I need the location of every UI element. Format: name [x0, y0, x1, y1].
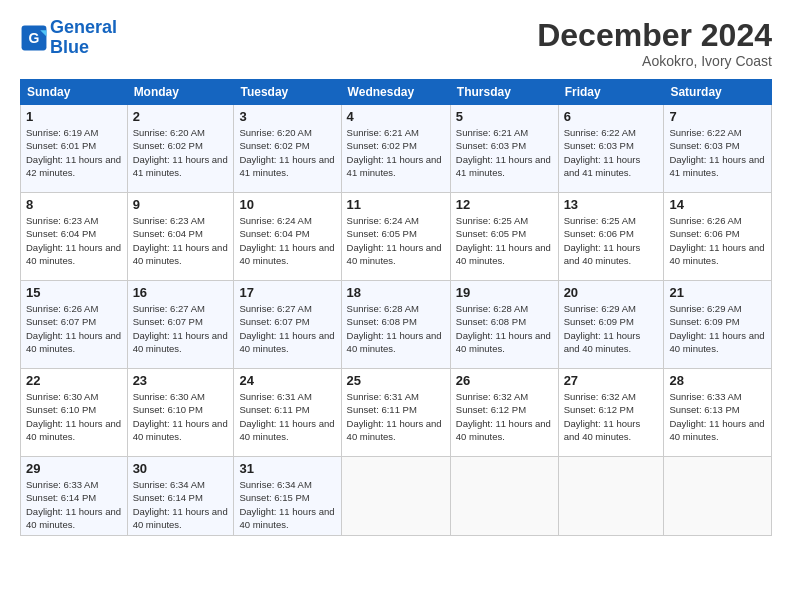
day-number: 26 — [456, 373, 553, 388]
logo-line1: General — [50, 17, 117, 37]
day-number: 18 — [347, 285, 445, 300]
day-number: 25 — [347, 373, 445, 388]
logo-text: General Blue — [50, 18, 117, 58]
calendar-cell: 13Sunrise: 6:25 AMSunset: 6:06 PMDayligh… — [558, 193, 664, 281]
day-info: Sunrise: 6:27 AMSunset: 6:07 PMDaylight:… — [239, 302, 335, 355]
calendar-cell: 17Sunrise: 6:27 AMSunset: 6:07 PMDayligh… — [234, 281, 341, 369]
day-number: 15 — [26, 285, 122, 300]
day-number: 28 — [669, 373, 766, 388]
calendar-cell: 9Sunrise: 6:23 AMSunset: 6:04 PMDaylight… — [127, 193, 234, 281]
day-info: Sunrise: 6:23 AMSunset: 6:04 PMDaylight:… — [26, 214, 122, 267]
calendar-cell: 11Sunrise: 6:24 AMSunset: 6:05 PMDayligh… — [341, 193, 450, 281]
calendar-cell — [664, 457, 772, 536]
calendar-cell: 31Sunrise: 6:34 AMSunset: 6:15 PMDayligh… — [234, 457, 341, 536]
day-number: 27 — [564, 373, 659, 388]
day-info: Sunrise: 6:25 AMSunset: 6:05 PMDaylight:… — [456, 214, 553, 267]
day-number: 5 — [456, 109, 553, 124]
day-info: Sunrise: 6:20 AMSunset: 6:02 PMDaylight:… — [133, 126, 229, 179]
day-number: 10 — [239, 197, 335, 212]
calendar-cell — [558, 457, 664, 536]
weekday-tuesday: Tuesday — [234, 80, 341, 105]
day-info: Sunrise: 6:21 AMSunset: 6:02 PMDaylight:… — [347, 126, 445, 179]
day-number: 23 — [133, 373, 229, 388]
calendar-cell: 3Sunrise: 6:20 AMSunset: 6:02 PMDaylight… — [234, 105, 341, 193]
calendar-cell: 24Sunrise: 6:31 AMSunset: 6:11 PMDayligh… — [234, 369, 341, 457]
day-info: Sunrise: 6:28 AMSunset: 6:08 PMDaylight:… — [347, 302, 445, 355]
day-number: 17 — [239, 285, 335, 300]
calendar-cell: 25Sunrise: 6:31 AMSunset: 6:11 PMDayligh… — [341, 369, 450, 457]
day-info: Sunrise: 6:32 AMSunset: 6:12 PMDaylight:… — [456, 390, 553, 443]
header: G General Blue December 2024 Aokokro, Iv… — [20, 18, 772, 69]
day-number: 7 — [669, 109, 766, 124]
day-info: Sunrise: 6:31 AMSunset: 6:11 PMDaylight:… — [239, 390, 335, 443]
day-number: 20 — [564, 285, 659, 300]
logo: G General Blue — [20, 18, 117, 58]
calendar-cell — [450, 457, 558, 536]
day-number: 30 — [133, 461, 229, 476]
day-info: Sunrise: 6:30 AMSunset: 6:10 PMDaylight:… — [133, 390, 229, 443]
day-info: Sunrise: 6:33 AMSunset: 6:13 PMDaylight:… — [669, 390, 766, 443]
calendar-cell: 30Sunrise: 6:34 AMSunset: 6:14 PMDayligh… — [127, 457, 234, 536]
calendar-cell: 7Sunrise: 6:22 AMSunset: 6:03 PMDaylight… — [664, 105, 772, 193]
day-info: Sunrise: 6:22 AMSunset: 6:03 PMDaylight:… — [669, 126, 766, 179]
svg-text:G: G — [29, 29, 40, 45]
day-info: Sunrise: 6:23 AMSunset: 6:04 PMDaylight:… — [133, 214, 229, 267]
day-number: 22 — [26, 373, 122, 388]
calendar-cell: 10Sunrise: 6:24 AMSunset: 6:04 PMDayligh… — [234, 193, 341, 281]
day-info: Sunrise: 6:27 AMSunset: 6:07 PMDaylight:… — [133, 302, 229, 355]
calendar-week-5: 29Sunrise: 6:33 AMSunset: 6:14 PMDayligh… — [21, 457, 772, 536]
day-number: 1 — [26, 109, 122, 124]
calendar-cell: 15Sunrise: 6:26 AMSunset: 6:07 PMDayligh… — [21, 281, 128, 369]
day-info: Sunrise: 6:29 AMSunset: 6:09 PMDaylight:… — [669, 302, 766, 355]
day-info: Sunrise: 6:24 AMSunset: 6:04 PMDaylight:… — [239, 214, 335, 267]
day-number: 8 — [26, 197, 122, 212]
calendar-cell: 12Sunrise: 6:25 AMSunset: 6:05 PMDayligh… — [450, 193, 558, 281]
calendar-cell: 27Sunrise: 6:32 AMSunset: 6:12 PMDayligh… — [558, 369, 664, 457]
day-number: 11 — [347, 197, 445, 212]
calendar-cell — [341, 457, 450, 536]
calendar-cell: 26Sunrise: 6:32 AMSunset: 6:12 PMDayligh… — [450, 369, 558, 457]
calendar-cell: 16Sunrise: 6:27 AMSunset: 6:07 PMDayligh… — [127, 281, 234, 369]
calendar-cell: 19Sunrise: 6:28 AMSunset: 6:08 PMDayligh… — [450, 281, 558, 369]
calendar-table: SundayMondayTuesdayWednesdayThursdayFrid… — [20, 79, 772, 536]
day-number: 31 — [239, 461, 335, 476]
day-number: 9 — [133, 197, 229, 212]
day-number: 16 — [133, 285, 229, 300]
day-number: 12 — [456, 197, 553, 212]
calendar-cell: 18Sunrise: 6:28 AMSunset: 6:08 PMDayligh… — [341, 281, 450, 369]
day-info: Sunrise: 6:25 AMSunset: 6:06 PMDaylight:… — [564, 214, 659, 267]
calendar-week-3: 15Sunrise: 6:26 AMSunset: 6:07 PMDayligh… — [21, 281, 772, 369]
calendar-cell: 1Sunrise: 6:19 AMSunset: 6:01 PMDaylight… — [21, 105, 128, 193]
weekday-header-row: SundayMondayTuesdayWednesdayThursdayFrid… — [21, 80, 772, 105]
day-info: Sunrise: 6:26 AMSunset: 6:07 PMDaylight:… — [26, 302, 122, 355]
title-area: December 2024 Aokokro, Ivory Coast — [537, 18, 772, 69]
day-info: Sunrise: 6:34 AMSunset: 6:15 PMDaylight:… — [239, 478, 335, 531]
calendar-week-4: 22Sunrise: 6:30 AMSunset: 6:10 PMDayligh… — [21, 369, 772, 457]
calendar-cell: 2Sunrise: 6:20 AMSunset: 6:02 PMDaylight… — [127, 105, 234, 193]
month-title: December 2024 — [537, 18, 772, 53]
day-info: Sunrise: 6:28 AMSunset: 6:08 PMDaylight:… — [456, 302, 553, 355]
calendar-cell: 20Sunrise: 6:29 AMSunset: 6:09 PMDayligh… — [558, 281, 664, 369]
weekday-monday: Monday — [127, 80, 234, 105]
day-number: 24 — [239, 373, 335, 388]
day-number: 2 — [133, 109, 229, 124]
weekday-wednesday: Wednesday — [341, 80, 450, 105]
day-number: 3 — [239, 109, 335, 124]
calendar-cell: 23Sunrise: 6:30 AMSunset: 6:10 PMDayligh… — [127, 369, 234, 457]
weekday-saturday: Saturday — [664, 80, 772, 105]
day-info: Sunrise: 6:31 AMSunset: 6:11 PMDaylight:… — [347, 390, 445, 443]
calendar-cell: 28Sunrise: 6:33 AMSunset: 6:13 PMDayligh… — [664, 369, 772, 457]
day-number: 29 — [26, 461, 122, 476]
location-subtitle: Aokokro, Ivory Coast — [537, 53, 772, 69]
day-info: Sunrise: 6:20 AMSunset: 6:02 PMDaylight:… — [239, 126, 335, 179]
day-info: Sunrise: 6:22 AMSunset: 6:03 PMDaylight:… — [564, 126, 659, 179]
calendar-cell: 14Sunrise: 6:26 AMSunset: 6:06 PMDayligh… — [664, 193, 772, 281]
calendar-cell: 29Sunrise: 6:33 AMSunset: 6:14 PMDayligh… — [21, 457, 128, 536]
day-info: Sunrise: 6:24 AMSunset: 6:05 PMDaylight:… — [347, 214, 445, 267]
calendar-cell: 6Sunrise: 6:22 AMSunset: 6:03 PMDaylight… — [558, 105, 664, 193]
day-info: Sunrise: 6:34 AMSunset: 6:14 PMDaylight:… — [133, 478, 229, 531]
calendar-cell: 4Sunrise: 6:21 AMSunset: 6:02 PMDaylight… — [341, 105, 450, 193]
day-info: Sunrise: 6:30 AMSunset: 6:10 PMDaylight:… — [26, 390, 122, 443]
page: G General Blue December 2024 Aokokro, Iv… — [0, 0, 792, 612]
day-number: 4 — [347, 109, 445, 124]
